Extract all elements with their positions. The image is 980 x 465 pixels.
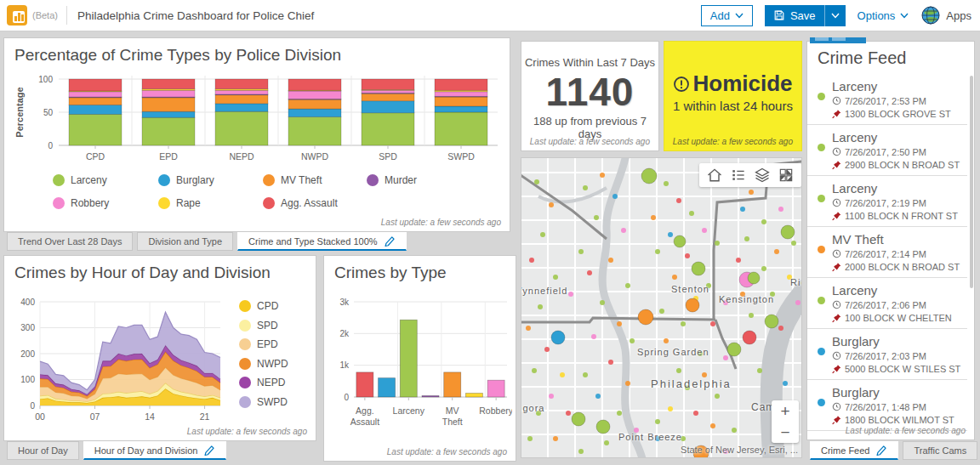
feed-item-larceny[interactable]: Larceny7/26/2017, 2:50 PM2900 BLOCK N BR…	[807, 124, 967, 175]
tab-crime-and-type-stacked-100[interactable]: Crime and Type Stacked 100%	[237, 232, 406, 251]
layers-button[interactable]	[750, 163, 774, 187]
tab-label: Crime and Type Stacked 100%	[248, 236, 377, 247]
zoom-in-button[interactable]: +	[772, 400, 799, 422]
legend-label: Rape	[176, 197, 201, 209]
datetime-text: 7/26/2017, 2:50 PM	[845, 146, 926, 158]
tab-hour-of-day[interactable]: Hour of Day	[7, 441, 79, 460]
feed-item-burglary[interactable]: Burglary7/26/2017, 1:48 PM1800 BLOCK WIL…	[807, 379, 967, 430]
svg-text:SWPD: SWPD	[447, 151, 475, 162]
legend-item-agg-assault: Agg. Assault	[263, 197, 367, 209]
crime-type-dot	[818, 195, 825, 202]
last-update-text: Last update: a few seconds ago	[846, 426, 966, 435]
panel-crime-pct-by-division: Percentage of Crime Types by Police Divi…	[3, 37, 510, 232]
feed-item-burglary[interactable]: Burglary7/26/2017, 2:03 PM5000 BLOCK W S…	[807, 328, 967, 379]
last-update-text: Last update: a few seconds ago	[530, 137, 650, 146]
options-button[interactable]: Options	[858, 9, 909, 22]
panel-crimes-by-hour: Crimes by Hour of Day and Division 01002…	[3, 255, 316, 441]
legend-swatch	[367, 174, 379, 186]
feed-item-larceny[interactable]: Larceny7/26/2017, 2:19 PM1100 BLOCK N FR…	[807, 175, 967, 226]
legend-item-mv-theft: MV Theft	[263, 174, 367, 186]
legend-swatch	[158, 174, 170, 186]
crime-address: 2000 BLOCK N BROAD ST	[832, 261, 960, 273]
tab-division-and-type[interactable]: Division and Type	[137, 232, 233, 251]
indicator-value: 1140	[546, 69, 635, 115]
edit-pencil-icon[interactable]	[875, 445, 887, 456]
save-dropdown-button[interactable]	[824, 5, 846, 26]
crime-datetime: 7/26/2017, 2:19 PM	[832, 197, 958, 209]
pushpin-icon	[832, 364, 841, 374]
legend-swatch	[53, 197, 65, 209]
panel-title: Crimes by Hour of Day and Division	[4, 256, 316, 282]
clock-icon	[832, 198, 841, 207]
feed-item-body: Larceny7/26/2017, 2:06 PM100 BLOCK W CHE…	[832, 283, 952, 324]
svg-text:0: 0	[30, 401, 35, 411]
tab-trend-over-last-28-days[interactable]: Trend Over Last 28 Days	[7, 232, 133, 251]
add-button-label: Add	[710, 9, 730, 22]
svg-text:14: 14	[145, 411, 155, 422]
feed-item-larceny[interactable]: Larceny7/26/2017, 2:06 PM100 BLOCK W CHE…	[807, 277, 967, 328]
legend-label: MV Theft	[281, 174, 322, 186]
basemap-button[interactable]	[774, 163, 798, 187]
crime-type-dot	[818, 399, 825, 406]
chevron-down-icon	[900, 13, 909, 19]
panel-crimes-by-type: Crimes by Type 01k2k3kAgg.AssaultLarceny…	[323, 255, 516, 462]
svg-text:Agg.: Agg.	[356, 405, 374, 416]
svg-text:2k: 2k	[339, 329, 350, 338]
apps-button[interactable]: Apps	[920, 5, 971, 26]
crime-type-label: MV Theft	[832, 232, 960, 247]
scrollbar-thumb[interactable]	[970, 76, 973, 288]
svg-text:3k: 3k	[339, 298, 350, 307]
clock-icon	[832, 96, 841, 105]
edit-pencil-icon[interactable]	[384, 235, 396, 247]
panel-drag-handle[interactable]	[810, 37, 866, 43]
datetime-text: 7/26/2017, 2:53 PM	[845, 95, 926, 107]
crime-type-label: Larceny	[832, 130, 960, 145]
home-icon	[706, 167, 723, 184]
crime-type-label: Larceny	[832, 79, 951, 94]
address-text: 2900 BLOCK N BROAD ST	[845, 159, 960, 171]
page-title: Philadelphia Crime Dashboard for Police …	[77, 9, 314, 22]
panel-map: WynnefieldStentonKensingtonRichmondSprin…	[521, 157, 802, 458]
map-label-kensington: Kensington	[719, 294, 774, 304]
address-text: 1800 BLOCK WILMOT ST	[845, 414, 954, 426]
tab-traffic-cams[interactable]: Traffic Cams	[903, 441, 977, 460]
legend-button[interactable]	[726, 163, 750, 187]
save-button[interactable]: Save	[765, 5, 824, 26]
save-split-button[interactable]: Save	[765, 5, 846, 26]
edit-pencil-icon[interactable]	[203, 445, 215, 456]
feed-item-body: Larceny7/26/2017, 2:19 PM1100 BLOCK N FR…	[832, 181, 958, 222]
datetime-text: 7/26/2017, 1:48 PM	[845, 401, 926, 413]
crime-datetime: 7/26/2017, 2:53 PM	[832, 95, 951, 107]
feed-item-body: Burglary7/26/2017, 2:03 PM5000 BLOCK W S…	[832, 334, 960, 375]
feed-item-mv-theft[interactable]: MV Theft7/26/2017, 2:14 PM2000 BLOCK N B…	[807, 226, 967, 277]
legend-swatch	[263, 174, 275, 186]
svg-text:100: 100	[20, 375, 35, 384]
tab-bar-crime-charts: Trend Over Last 28 DaysDivision and Type…	[7, 232, 407, 251]
tab-crime-feed[interactable]: Crime Feed	[810, 441, 898, 460]
zoom-out-button[interactable]: −	[772, 422, 799, 443]
legend-item-rape: Rape	[158, 197, 263, 209]
clock-icon	[832, 351, 841, 360]
legend-item-robbery: Robbery	[53, 197, 158, 209]
tab-hour-of-day-and-division[interactable]: Hour of Day and Division	[83, 441, 227, 460]
map-label-stenton: Stenton	[671, 284, 709, 294]
crime-address: 100 BLOCK W CHELTEN	[832, 312, 952, 324]
panel-crime-feed: Crime Feed Larceny7/26/2017, 2:53 PM1300…	[806, 41, 975, 440]
home-button[interactable]	[703, 163, 726, 187]
beta-label: (Beta)	[32, 10, 58, 20]
crime-type-dot	[818, 144, 825, 151]
feed-item-larceny[interactable]: Larceny7/26/2017, 2:53 PM1300 BLOCK GROV…	[807, 74, 967, 124]
clock-icon	[832, 402, 841, 411]
tab-label: Hour of Day and Division	[94, 445, 198, 456]
panel-crimes-last-7-days: Crimes Within Last 7 Days 1140 188 up fr…	[521, 41, 659, 151]
add-button[interactable]: Add	[701, 5, 753, 26]
legend-label: NEPD	[257, 377, 285, 388]
legend-swatch	[158, 197, 170, 209]
svg-text:Theft: Theft	[442, 417, 463, 427]
crime-type-label: Burglary	[832, 334, 960, 349]
legend-label: Larceny	[71, 174, 107, 186]
crime-datetime: 7/26/2017, 2:50 PM	[832, 146, 960, 158]
panel-homicide-alert: Homicide 1 within last 24 hours Last upd…	[664, 41, 802, 151]
clock-icon	[832, 300, 841, 309]
clock-icon	[832, 147, 841, 156]
